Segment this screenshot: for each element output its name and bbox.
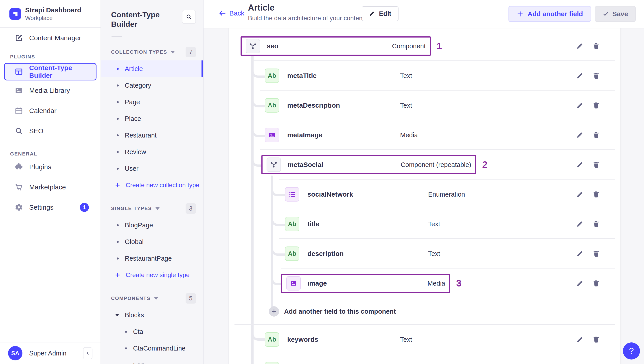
delete-field-button[interactable] <box>591 334 601 344</box>
fields-list-card: seo Component 1 Ab metaTitle Text <box>229 28 620 364</box>
collapse-sidebar-button[interactable] <box>83 347 92 359</box>
collection-type-place[interactable]: Place <box>101 110 203 127</box>
workspace-brand[interactable]: Strapi Dashboard Workplace <box>0 0 100 28</box>
general-section-heading: GENERAL <box>10 151 100 157</box>
delete-field-button[interactable] <box>591 160 601 170</box>
pencil-icon <box>576 250 584 258</box>
bullet-icon <box>117 258 119 260</box>
sidebar-item-media-library[interactable]: Media Library <box>0 80 100 101</box>
collection-type-review[interactable]: Review <box>101 144 203 160</box>
plus-circle-button[interactable] <box>269 306 279 317</box>
single-type-blogpage[interactable]: BlogPage <box>101 217 203 234</box>
collection-type-article[interactable]: Article <box>101 60 203 77</box>
row-actions <box>575 130 601 140</box>
arrow-left-icon <box>218 9 226 17</box>
edit-field-button[interactable] <box>575 278 585 288</box>
avatar[interactable]: SA <box>8 346 22 360</box>
trash-icon <box>592 250 600 258</box>
save-button[interactable]: Save <box>595 6 636 22</box>
add-another-field-button[interactable]: Add another field <box>508 6 591 22</box>
section-label: COMPONENTS <box>111 295 150 301</box>
search-button[interactable] <box>182 10 196 24</box>
gear-icon <box>14 203 24 212</box>
edit-field-button[interactable] <box>575 41 585 51</box>
delete-field-button[interactable] <box>591 278 601 288</box>
sidebar-item-settings[interactable]: Settings 1 <box>0 197 100 218</box>
annotation-highlight-box: metaSocial Component (repeatable) <box>262 155 476 174</box>
text-field-icon: Ab <box>265 362 279 364</box>
collection-type-user[interactable]: User <box>101 160 203 177</box>
delete-field-button[interactable] <box>591 41 601 51</box>
sidebar-item-label: Calendar <box>29 107 56 115</box>
sidebar-item-content-manager[interactable]: Content Manager <box>0 28 100 48</box>
single-type-global[interactable]: Global <box>101 234 203 250</box>
sidebar-item-label: Content Manager <box>29 34 81 42</box>
field-row-socialnetwork[interactable]: socialNetwork Enumeration <box>229 179 620 209</box>
field-row-image[interactable]: image Media 3 <box>229 269 620 298</box>
edit-button[interactable]: Edit <box>362 6 398 21</box>
edit-field-button[interactable] <box>575 190 585 199</box>
text-field-icon: Ab <box>265 98 279 113</box>
edit-field-button[interactable] <box>575 334 585 344</box>
edit-field-button[interactable] <box>575 130 585 140</box>
edit-field-button[interactable] <box>575 160 585 170</box>
builder-sidebar: Content-Type Builder COLLECTION TYPES 7 … <box>101 0 204 364</box>
collection-type-category[interactable]: Category <box>101 77 203 94</box>
delete-field-button[interactable] <box>591 190 601 199</box>
collection-type-page[interactable]: Page <box>101 94 203 110</box>
delete-field-button[interactable] <box>591 100 601 110</box>
edit-field-button[interactable] <box>575 71 585 81</box>
create-single-type-link[interactable]: Create new single type <box>101 267 203 283</box>
delete-field-button[interactable] <box>591 219 601 229</box>
component-group-blocks[interactable]: Blocks <box>101 307 203 323</box>
pencil-icon <box>576 42 584 50</box>
annotation-number: 3 <box>456 278 461 289</box>
field-row-metaimage[interactable]: metaImage Media <box>229 120 620 150</box>
sidebar-item-content-type-builder[interactable]: Content-Type Builder <box>4 63 96 80</box>
bullet-icon <box>117 224 119 226</box>
field-row-keywords[interactable]: Ab keywords Text <box>229 325 620 354</box>
sidebar-item-plugins[interactable]: Plugins <box>0 157 100 177</box>
components-header[interactable]: COMPONENTS 5 <box>111 293 196 304</box>
row-actions <box>575 160 601 170</box>
sidebar-item-marketplace[interactable]: Marketplace <box>0 177 100 197</box>
pencil-icon <box>576 280 584 287</box>
edit-field-button[interactable] <box>575 249 585 259</box>
field-row-metarobots[interactable]: Ab metaRobots Text <box>229 354 620 364</box>
component-cta[interactable]: Cta <box>101 323 203 340</box>
section-label: COLLECTION TYPES <box>111 49 167 55</box>
trash-icon <box>592 161 600 168</box>
field-row-title[interactable]: Ab title Text <box>229 209 620 239</box>
delete-field-button[interactable] <box>591 71 601 81</box>
pencil-icon <box>576 336 584 343</box>
delete-field-button[interactable] <box>591 130 601 140</box>
single-types-header[interactable]: SINGLE TYPES 3 <box>111 203 196 214</box>
calendar-icon <box>14 106 24 116</box>
chevron-down-icon <box>156 207 160 210</box>
edit-field-button[interactable] <box>575 100 585 110</box>
sidebar-item-calendar[interactable]: Calendar <box>0 101 100 121</box>
row-actions <box>575 71 601 81</box>
media-field-icon <box>286 276 301 291</box>
single-type-restaurantpage[interactable]: RestaurantPage <box>101 250 203 267</box>
add-field-to-component-row[interactable]: Add another field to this component <box>229 298 620 325</box>
component-faq[interactable]: Faq <box>101 356 203 364</box>
annotation-number: 2 <box>482 159 488 170</box>
help-button[interactable]: ? <box>623 342 640 359</box>
sidebar-item-seo[interactable]: SEO <box>0 121 100 141</box>
back-link[interactable]: Back <box>218 9 244 17</box>
collection-type-restaurant[interactable]: Restaurant <box>101 127 203 144</box>
field-row-metasocial[interactable]: metaSocial Component (repeatable) 2 <box>229 150 620 179</box>
delete-field-button[interactable] <box>591 249 601 259</box>
trash-icon <box>592 220 600 228</box>
field-row-description[interactable]: Ab description Text <box>229 239 620 269</box>
collection-types-header[interactable]: COLLECTION TYPES 7 <box>111 47 196 57</box>
edit-field-button[interactable] <box>575 219 585 229</box>
component-ctacommandline[interactable]: CtaCommandLine <box>101 340 203 356</box>
field-row-metatitle[interactable]: Ab metaTitle Text <box>229 61 620 91</box>
row-actions <box>575 219 601 229</box>
create-collection-type-link[interactable]: Create new collection type <box>101 177 203 194</box>
bullet-icon <box>125 331 127 333</box>
field-row-metadescription[interactable]: Ab metaDescription Text <box>229 91 620 120</box>
field-row-seo[interactable]: seo Component 1 <box>229 31 620 61</box>
